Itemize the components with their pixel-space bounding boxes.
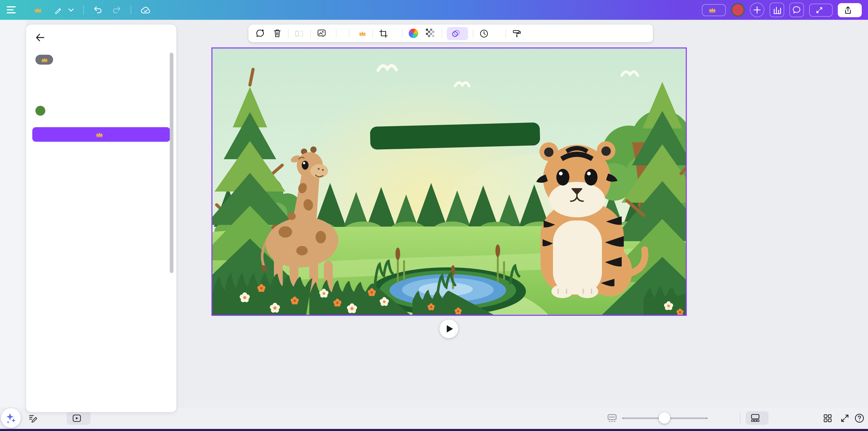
share-upload-icon [844, 6, 851, 14]
divider [473, 29, 473, 38]
crown-icon [96, 132, 103, 137]
zoo-stories-artwork [212, 49, 686, 315]
cloud-save-status[interactable] [141, 5, 151, 14]
divider [441, 29, 442, 38]
crown-icon [709, 7, 716, 13]
redo-icon [112, 5, 121, 15]
insights-button[interactable] [770, 3, 784, 17]
flip-button[interactable] [394, 32, 397, 35]
divider [288, 29, 288, 38]
divider [505, 29, 506, 38]
edit-image-button[interactable] [315, 27, 331, 39]
comments-button[interactable] [789, 3, 804, 17]
bottom-edge-strip [0, 429, 868, 431]
delete-button[interactable] [271, 27, 283, 39]
grid-view-button[interactable] [823, 411, 832, 425]
copy-style-button[interactable] [511, 27, 523, 39]
view-more-author[interactable] [35, 106, 50, 116]
animate-icon [452, 29, 460, 38]
crown-icon [41, 57, 48, 62]
context-toolbar [248, 25, 653, 42]
comment-add-button[interactable] [254, 27, 267, 40]
hamburger-icon [7, 6, 16, 13]
sidebar-nav [0, 20, 26, 431]
duration-tab[interactable] [67, 411, 91, 425]
redo-button[interactable] [112, 5, 121, 15]
bubble-plus-icon [255, 28, 265, 38]
main-menu-button[interactable] [7, 6, 16, 13]
divider [131, 5, 131, 15]
undo-button[interactable] [93, 5, 102, 15]
paint-roller-icon [513, 29, 521, 38]
divider [336, 29, 336, 38]
zoom-slider[interactable] [623, 418, 707, 419]
cloud-check-icon [141, 5, 151, 14]
crop-icon [379, 29, 388, 38]
canva-editor [0, 0, 868, 431]
help-button[interactable] [855, 411, 864, 425]
divider [83, 5, 84, 15]
pencil-icon [54, 6, 62, 14]
preview-button[interactable] [809, 3, 833, 17]
upgrade-to-use-template-button[interactable] [32, 127, 170, 142]
magic-bg-button[interactable] [341, 32, 344, 35]
play-button[interactable] [439, 319, 458, 338]
pages-icon [751, 414, 760, 422]
duration-button[interactable] [478, 27, 493, 39]
chevron-down-icon [68, 8, 74, 12]
timeline-toggle-button[interactable] [607, 411, 617, 425]
trash-icon [273, 29, 282, 38]
divider [310, 29, 311, 38]
color-wheel-icon [409, 29, 418, 38]
design-canvas[interactable] [211, 48, 687, 316]
transparency-checker-icon [426, 29, 435, 38]
sparkle-icon [5, 412, 17, 424]
panel-scrollbar[interactable] [170, 53, 174, 273]
divider [349, 29, 349, 38]
fullscreen-button[interactable] [840, 411, 849, 425]
preview-arrows-icon [816, 6, 823, 13]
edit-image-icon [317, 29, 327, 38]
bg-remover-button[interactable] [354, 29, 368, 38]
share-button[interactable] [838, 3, 862, 17]
arrow-left-icon [34, 32, 46, 43]
divider [372, 29, 373, 38]
pages-button[interactable] [746, 411, 769, 425]
bar-chart-icon [773, 6, 781, 14]
zoom-slider-handle[interactable] [659, 412, 670, 424]
crown-icon [359, 30, 366, 36]
mirror-pages-icon [295, 29, 304, 38]
position-button[interactable] [498, 32, 501, 35]
notes-button[interactable] [29, 411, 41, 425]
top-bar [0, 0, 868, 20]
divider [402, 29, 403, 38]
account-avatar[interactable] [731, 3, 745, 17]
clock-icon [479, 29, 488, 38]
resize-button[interactable] [34, 7, 45, 13]
color-picker-button[interactable] [407, 27, 420, 39]
template-info-panel [26, 25, 177, 412]
duplicate-page-button[interactable] [293, 27, 306, 39]
crop-button[interactable] [377, 27, 390, 39]
notes-icon [29, 413, 37, 423]
add-member-button[interactable] [750, 3, 764, 17]
animate-button[interactable] [447, 27, 468, 40]
timeline-view-icon [607, 413, 617, 423]
upgrade-to-pro-button[interactable] [702, 4, 726, 16]
editing-mode-dropdown[interactable] [54, 6, 74, 14]
video-play-icon [72, 414, 81, 422]
expand-icon [840, 413, 849, 423]
play-icon [446, 325, 453, 333]
pro-badge [35, 55, 53, 65]
ai-assistant-button[interactable] [1, 408, 21, 428]
plus-icon [753, 6, 761, 13]
divider [740, 413, 740, 423]
help-icon [855, 413, 864, 423]
back-button[interactable] [34, 32, 47, 44]
grid-view-icon [823, 413, 832, 423]
transparency-button[interactable] [424, 27, 437, 39]
comment-bubble-icon [793, 6, 801, 14]
undo-icon [93, 5, 102, 15]
author-avatar [35, 106, 45, 116]
crown-icon [34, 7, 42, 13]
